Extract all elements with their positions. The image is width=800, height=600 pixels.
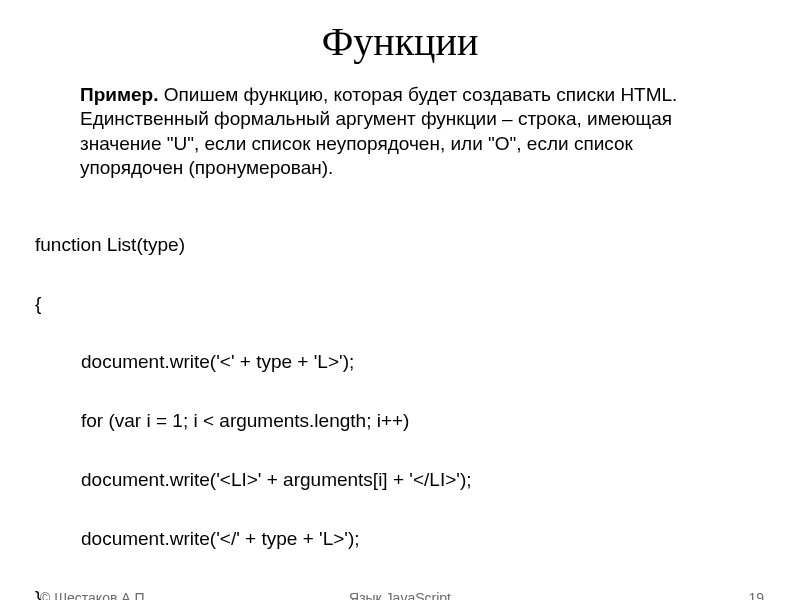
- slide-title: Функции: [0, 18, 800, 65]
- intro-lead: Пример.: [80, 84, 158, 105]
- intro-body: Опишем функцию, которая будет создавать …: [80, 84, 677, 178]
- code-line: {: [35, 289, 800, 318]
- code-line: for (var i = 1; i < arguments.length; i+…: [35, 406, 800, 435]
- slide: Функции Пример. Опишем функцию, которая …: [0, 18, 800, 600]
- code-line: document.write('</' + type + 'L>');: [35, 524, 800, 553]
- intro-paragraph: Пример. Опишем функцию, которая будет со…: [80, 83, 740, 180]
- code-block: function List(type) { document.write('<'…: [35, 200, 800, 600]
- code-line: function List(type): [35, 230, 800, 259]
- footer-page-number: 19: [748, 590, 764, 600]
- footer-subject: Язык JavaScript: [0, 590, 800, 600]
- code-line: document.write('<' + type + 'L>');: [35, 347, 800, 376]
- code-line: document.write('<LI>' + arguments[i] + '…: [35, 465, 800, 494]
